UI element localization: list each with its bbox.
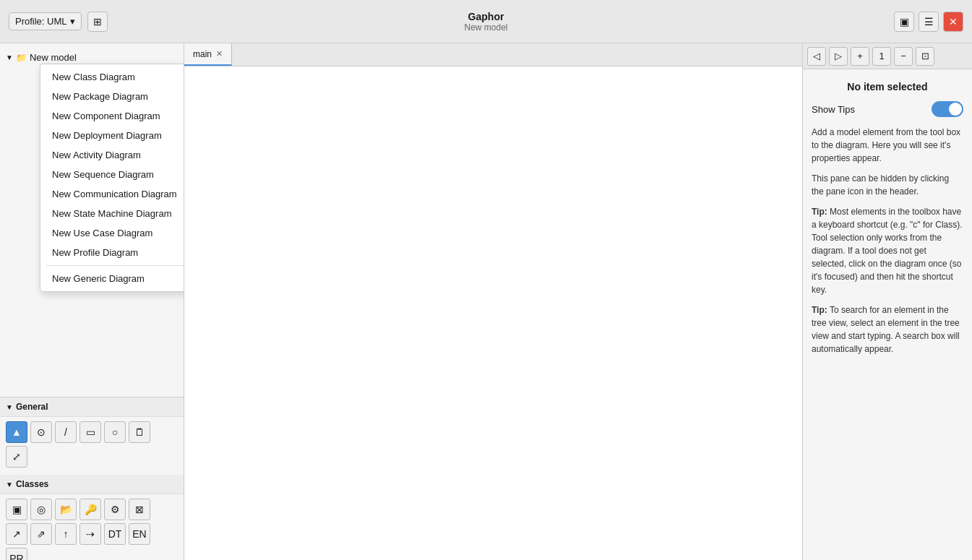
enum-tool[interactable]: EN [129, 523, 150, 545]
menu-item-use-case-diagram[interactable]: New Use Case Diagram [40, 223, 184, 243]
tab-main[interactable]: main ✕ [184, 43, 232, 66]
tip4-label: Tip: [812, 305, 827, 315]
right-panel: ◁ ▷ + 1 − ⊡ No item selected Show Tips A… [802, 43, 972, 560]
classes-tool-row-2: ↗ ⇗ ↑ ⇢ DT EN [6, 523, 178, 545]
titlebar: Profile: UML ▾ ⊞ Gaphor New model ▣ ☰ ✕ [0, 0, 972, 43]
general-label: General [16, 402, 48, 412]
left-panel: ▼ 📁 New model New Class Diagram New Pack… [0, 43, 184, 560]
tree-expand-icon: ▼ [6, 53, 13, 61]
close-button[interactable]: ✕ [943, 12, 963, 32]
tree-area: ▼ 📁 New model New Class Diagram New Pack… [0, 43, 184, 397]
classes-section-header[interactable]: ▼ Classes [0, 475, 184, 494]
no-item-title: No item selected [812, 81, 963, 92]
menu-item-component-diagram[interactable]: New Component Diagram [40, 106, 184, 126]
general-tool-row-2: ⤢ [6, 446, 178, 468]
menu-item-generic-diagram[interactable]: New Generic Diagram [40, 269, 184, 288]
tip-text-1: Add a model element from the tool box to… [812, 126, 963, 165]
tip3-label: Tip: [812, 207, 827, 217]
assoc-tool[interactable]: ↗ [6, 523, 27, 545]
menu-item-package-diagram[interactable]: New Package Diagram [40, 87, 184, 106]
main-layout: ▼ 📁 New model New Class Diagram New Pack… [0, 43, 972, 560]
ellipse-tool[interactable]: ○ [104, 421, 126, 443]
profile-chevron-icon: ▾ [70, 16, 75, 27]
interface-tool[interactable]: ◎ [30, 499, 52, 520]
menu-item-class-diagram[interactable]: New Class Diagram [40, 67, 184, 87]
panel-toggle-button[interactable]: ▣ [894, 12, 914, 32]
titlebar-left: Profile: UML ▾ ⊞ [9, 12, 108, 32]
right-toolbar: ◁ ▷ + 1 − ⊡ [803, 43, 972, 69]
connector-tool[interactable]: ⤢ [6, 446, 27, 468]
menu-item-sequence-diagram[interactable]: New Sequence Diagram [40, 165, 184, 184]
zoom-out-button[interactable]: − [894, 47, 913, 66]
tab-bar: main ✕ [184, 43, 802, 66]
general-tool-row-1: ▲ ⊙ / ▭ ○ 🗒 [6, 421, 178, 443]
titlebar-center: Gaphor New model [464, 11, 507, 33]
toolbox-area: ▼ General ▲ ⊙ / ▭ ○ 🗒 ⤢ ▼ Classes [0, 397, 184, 560]
attribute-tool[interactable]: 🔑 [79, 499, 101, 520]
folder-icon: 📁 [16, 53, 27, 63]
directed-assoc-tool[interactable]: ⇗ [30, 523, 52, 545]
note-tool[interactable]: 🗒 [129, 421, 150, 443]
diagram-canvas[interactable] [184, 66, 802, 560]
undo-button[interactable]: ◁ [807, 47, 826, 66]
class-tool[interactable]: ▣ [6, 499, 27, 520]
general-section-content: ▲ ⊙ / ▭ ○ 🗒 ⤢ [0, 417, 184, 475]
operation-tool[interactable]: ⚙ [104, 499, 126, 520]
constraint-tool[interactable]: ⊠ [129, 499, 150, 520]
show-tips-row: Show Tips [812, 101, 963, 117]
package-tool[interactable]: 📂 [55, 499, 77, 520]
classes-section-content: ▣ ◎ 📂 🔑 ⚙ ⊠ ↗ ⇗ ↑ ⇢ DT EN PR [0, 494, 184, 560]
menu-item-state-machine-diagram[interactable]: New State Machine Diagram [40, 204, 184, 223]
profile-label: Profile: UML [15, 16, 67, 27]
primitive-tool[interactable]: PR [6, 548, 27, 560]
menu-item-deployment-diagram[interactable]: New Deployment Diagram [40, 126, 184, 145]
tip-text-2: This pane can be hidden by clicking the … [812, 172, 963, 198]
menu-item-profile-diagram[interactable]: New Profile Diagram [40, 243, 184, 262]
line-tool[interactable]: / [55, 421, 77, 443]
app-name: Gaphor [464, 11, 507, 22]
model-name: New model [464, 22, 507, 33]
tip4-body: To search for an element in the tree vie… [812, 305, 960, 354]
tab-label: main [193, 49, 212, 59]
general-chevron-icon: ▼ [6, 403, 13, 411]
zoom-reset-button[interactable]: 1 [872, 47, 891, 66]
titlebar-right: ▣ ☰ ✕ [894, 12, 963, 32]
show-tips-toggle[interactable] [932, 101, 963, 117]
properties-area: No item selected Show Tips Add a model e… [803, 69, 972, 560]
profile-selector[interactable]: Profile: UML ▾ [9, 12, 82, 30]
classes-chevron-icon: ▼ [6, 481, 13, 488]
rect-tool[interactable]: ▭ [79, 421, 101, 443]
tip3-body: Most elements in the toolbox have a keyb… [812, 207, 963, 295]
tree-root-label: New model [30, 52, 77, 63]
menu-separator [46, 265, 184, 266]
datatype-tool[interactable]: DT [104, 523, 126, 545]
show-tips-label: Show Tips [812, 104, 855, 115]
tip-text-3: Tip: Most elements in the toolbox have a… [812, 205, 963, 296]
redo-button[interactable]: ▷ [829, 47, 848, 66]
classes-tool-row-3: PR [6, 548, 178, 560]
generalize-tool[interactable]: ↑ [55, 523, 77, 545]
tab-close-button[interactable]: ✕ [216, 49, 223, 59]
grid-view-button[interactable]: ⊞ [87, 12, 108, 32]
magnet-tool[interactable]: ⊙ [30, 421, 52, 443]
center-area: main ✕ [184, 43, 802, 560]
tip-text-4: Tip: To search for an element in the tre… [812, 303, 963, 356]
menu-button[interactable]: ☰ [919, 12, 939, 32]
pointer-tool[interactable]: ▲ [6, 421, 27, 443]
zoom-in-button[interactable]: + [851, 47, 869, 66]
menu-item-communication-diagram[interactable]: New Communication Diagram [40, 184, 184, 204]
classes-tool-row-1: ▣ ◎ 📂 🔑 ⚙ ⊠ [6, 499, 178, 520]
menu-item-activity-diagram[interactable]: New Activity Diagram [40, 145, 184, 165]
dependency-tool[interactable]: ⇢ [79, 523, 101, 545]
general-section-header[interactable]: ▼ General [0, 397, 184, 417]
fit-view-button[interactable]: ⊡ [916, 47, 934, 66]
diagram-type-menu: New Class Diagram New Package Diagram Ne… [40, 64, 184, 292]
classes-label: Classes [16, 479, 48, 489]
